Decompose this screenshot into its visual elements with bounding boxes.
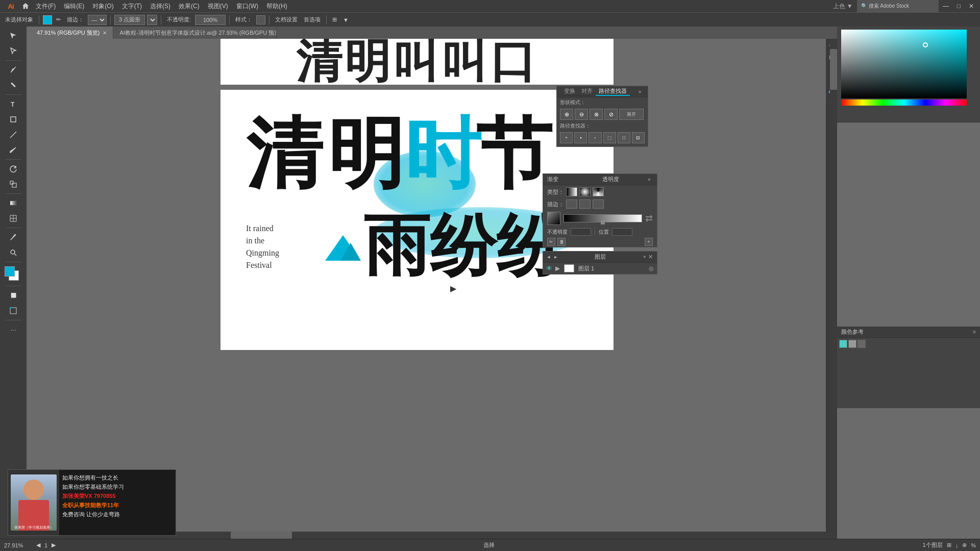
menu-view[interactable]: 视图(V) (204, 0, 232, 12)
menu-edit[interactable]: 编辑(E) (60, 0, 88, 12)
zoom-select[interactable]: ▼ (147, 15, 157, 25)
arrange-icon[interactable]: ⊞ (330, 14, 339, 26)
gradient-tool[interactable] (4, 196, 23, 210)
nav-prev[interactable]: ◀ (36, 542, 40, 548)
hue-slider[interactable] (841, 99, 967, 106)
grad-midpoint[interactable] (601, 220, 605, 224)
rotate-tool[interactable] (4, 162, 23, 176)
style-preview[interactable] (256, 15, 265, 24)
grad-eyedropper[interactable]: ✏ (547, 238, 555, 246)
opacity-field[interactable] (571, 228, 591, 236)
nav-next[interactable]: ▶ (52, 542, 56, 548)
line-tool[interactable] (4, 128, 23, 142)
zoom-tool[interactable] (4, 245, 23, 260)
pf-outline[interactable]: □ (618, 132, 630, 143)
window-minimize[interactable]: — (939, 0, 953, 12)
v-scroll-thumb[interactable] (830, 49, 837, 90)
pen-tool[interactable] (4, 63, 23, 77)
swatch-expand[interactable]: ≡ (973, 329, 976, 335)
selection-tool[interactable] (4, 29, 23, 43)
layer-eye[interactable]: 👁 (546, 265, 552, 272)
opacity-input[interactable] (195, 15, 226, 25)
zoom-input[interactable] (114, 15, 145, 25)
eyedropper-tool[interactable] (4, 230, 23, 244)
tab-align[interactable]: 对齐 (578, 87, 596, 96)
menu-object[interactable]: 对象(O) (88, 0, 117, 12)
fill-none[interactable]: ⬜ (4, 288, 23, 303)
grad-swatch[interactable] (547, 212, 560, 225)
pf-divide[interactable]: ÷ (560, 132, 573, 143)
bottom-icon1[interactable]: ⊞ (947, 542, 951, 548)
tab-transform[interactable]: 变换 (561, 87, 578, 96)
fg-color[interactable] (5, 266, 15, 277)
doc-setup-btn[interactable]: 文档设置 (273, 14, 300, 26)
stroke-btn2[interactable] (579, 199, 591, 209)
grad-delete[interactable]: 🗑 (557, 238, 566, 246)
tab-close-0[interactable]: ✕ (103, 30, 107, 36)
menu-help[interactable]: 帮助(H) (262, 0, 291, 12)
swatch-gray1[interactable] (848, 340, 856, 348)
stroke-select[interactable]: — (88, 15, 107, 25)
artboard-tool[interactable] (4, 304, 23, 318)
grad-linear-btn[interactable] (566, 187, 577, 196)
shape-front[interactable]: ⊖ (575, 109, 588, 120)
menu-text[interactable]: 文字(T) (118, 0, 146, 12)
swatch-teal[interactable] (839, 340, 847, 348)
menu-effect[interactable]: 效果(C) (175, 0, 204, 12)
grad-freeform-btn[interactable] (593, 187, 604, 196)
pf-merge[interactable]: ▫ (589, 132, 601, 143)
home-icon[interactable] (19, 0, 32, 12)
more-tools[interactable]: ··· (4, 322, 23, 337)
color-spectrum[interactable] (841, 30, 967, 98)
shape-exclude[interactable]: ⊘ (604, 109, 618, 120)
pen-icon[interactable]: ✏ (54, 14, 63, 26)
menu-file[interactable]: 文件(F) (32, 0, 60, 12)
pf-crop[interactable]: ⬚ (603, 132, 616, 143)
direct-selection-tool[interactable] (4, 44, 23, 58)
tab-1[interactable]: AI教程-清明时节创意字体版式设计.ai@ 27.93% (RGB/GPU 预览… (113, 27, 277, 39)
bottom-icon4[interactable]: % (971, 542, 976, 548)
tab-0[interactable]: 47.91% (RGB/GPU 预览) ✕ (31, 27, 113, 39)
search-bar[interactable]: 🔍 搜索 Adobe Stock (857, 0, 939, 12)
window-maximize[interactable]: □ (953, 0, 965, 12)
stroke-btn3[interactable] (593, 199, 604, 209)
mesh-tool[interactable] (4, 211, 23, 226)
grad-radial-btn[interactable] (579, 187, 591, 196)
shape-add[interactable]: ⊕ (560, 109, 573, 120)
stroke-btn1[interactable] (566, 199, 577, 209)
stroke-color[interactable] (43, 15, 52, 24)
arrange-btn[interactable]: ▼ (341, 14, 351, 26)
shape-tool[interactable] (4, 112, 23, 127)
bottom-icon2[interactable]: ↓ (955, 542, 959, 548)
menu-window[interactable]: 窗口(W) (232, 0, 262, 12)
grad-bar[interactable] (564, 214, 642, 222)
scale-tool[interactable] (4, 177, 23, 191)
pencil-tool[interactable] (4, 78, 23, 92)
window-close[interactable]: ✕ (965, 0, 978, 12)
type-tool[interactable]: T (4, 97, 23, 111)
layer-row-1[interactable]: 👁 ▶ 图层 1 ◎ (543, 263, 657, 274)
grad-extra2[interactable]: + (645, 238, 653, 246)
layer-target[interactable]: ◎ (649, 265, 654, 272)
layers-expand-btn[interactable]: ▸ (554, 254, 557, 260)
layers-close[interactable]: ✕ (648, 254, 653, 260)
layers-collapse-btn[interactable]: ◂ (547, 254, 550, 260)
shape-intersect[interactable]: ⊗ (590, 109, 603, 120)
grad-reverse[interactable]: ⇄ (645, 213, 653, 224)
grad-collapse[interactable]: ≡ (648, 177, 653, 182)
position-field[interactable] (612, 228, 632, 236)
pf-collapse[interactable]: ≡ (639, 89, 644, 94)
first-item-btn[interactable]: 首选项 (302, 14, 323, 26)
tab-pathfinder[interactable]: 路径查找器 (596, 87, 630, 96)
shape-expand[interactable]: 展开 (619, 109, 644, 120)
brush-tool[interactable] (4, 143, 23, 157)
pf-minus-back[interactable]: ⊟ (632, 132, 645, 143)
bottom-icon3[interactable]: ⊕ (962, 542, 967, 548)
zoom-display[interactable] (4, 542, 32, 548)
menu-select[interactable]: 选择(S) (146, 0, 175, 12)
pf-trim[interactable]: ▪ (574, 132, 587, 143)
swatch-gray2[interactable] (857, 340, 866, 348)
layer-lock[interactable]: ▶ (555, 265, 560, 272)
layers-new[interactable]: + (643, 254, 646, 260)
h-scroll-thumb[interactable] (231, 532, 292, 539)
